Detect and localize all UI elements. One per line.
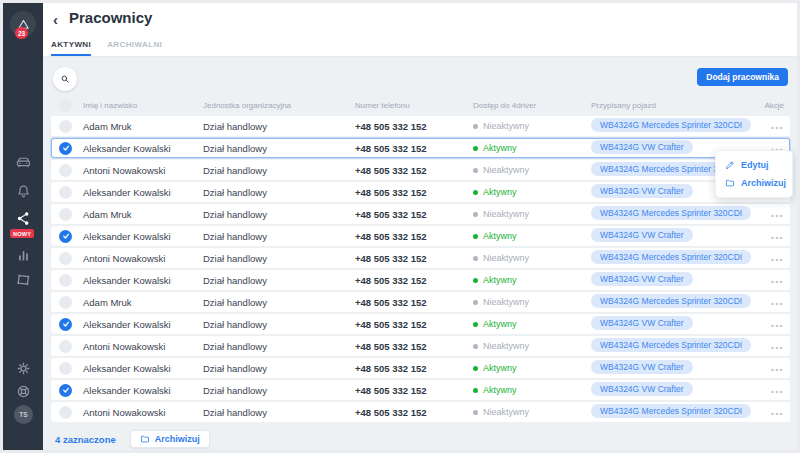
table-row[interactable]: Aleksander Kowalski Dział handlowy +48 5… bbox=[51, 226, 790, 246]
driver-access-status: Nieaktywny bbox=[473, 297, 591, 307]
employee-table-body: Adam Mruk Dział handlowy +48 505 332 152… bbox=[51, 116, 790, 422]
vehicles-icon[interactable] bbox=[3, 154, 43, 171]
reports-chart-icon[interactable] bbox=[3, 247, 43, 264]
table-row[interactable]: Antoni Nowakowski Dział handlowy +48 505… bbox=[51, 336, 790, 356]
new-feature-badge: NOWY bbox=[10, 229, 34, 238]
row-checkbox[interactable] bbox=[59, 296, 72, 309]
employee-phone: +48 505 332 152 bbox=[355, 143, 473, 154]
row-checkbox[interactable] bbox=[59, 384, 72, 397]
user-avatar[interactable]: TS bbox=[14, 405, 33, 424]
status-dot bbox=[473, 146, 478, 151]
vehicle-badge[interactable]: WB4324G Mercedes Sprinter 320CDI bbox=[591, 404, 751, 418]
vehicle-badge[interactable]: WB4324G Mercedes Sprinter 320CDI bbox=[591, 338, 751, 352]
vehicle-badge[interactable]: WB4324G Mercedes Sprinter 320CDI bbox=[591, 294, 751, 308]
row-checkbox[interactable] bbox=[59, 230, 72, 243]
status-label: Nieaktywny bbox=[483, 209, 529, 219]
row-actions-menu-icon[interactable]: ••• bbox=[771, 365, 784, 374]
row-checkbox[interactable] bbox=[59, 362, 72, 375]
status-label: Aktywny bbox=[483, 275, 517, 285]
row-checkbox[interactable] bbox=[59, 318, 72, 331]
menu-item-edit[interactable]: Edytuj bbox=[716, 156, 792, 174]
row-actions-menu-icon[interactable]: ••• bbox=[771, 299, 784, 308]
vehicle-badge[interactable]: WB4324G Mercedes Sprinter 320CDI bbox=[591, 118, 751, 132]
archive-selected-button[interactable]: Archiwizuj bbox=[130, 430, 210, 448]
row-actions-menu-icon[interactable]: ••• bbox=[771, 233, 784, 242]
employee-name: Aleksander Kowalski bbox=[83, 275, 203, 286]
row-checkbox[interactable] bbox=[59, 120, 72, 133]
row-actions-menu-icon[interactable]: ••• bbox=[771, 211, 784, 220]
actions-cell: ••• bbox=[752, 253, 784, 264]
row-checkbox[interactable] bbox=[59, 252, 72, 265]
table-row[interactable]: Adam Mruk Dział handlowy +48 505 332 152… bbox=[51, 116, 790, 136]
table-row[interactable]: Aleksander Kowalski Dział handlowy +48 5… bbox=[51, 380, 790, 400]
vehicle-badge[interactable]: WB4324G VW Crafter bbox=[591, 184, 693, 198]
page-header: ‹ Pracownicy AKTYWNI ARCHIWALNI bbox=[43, 3, 797, 57]
table-row[interactable]: Aleksander Kowalski Dział handlowy +48 5… bbox=[51, 314, 790, 334]
back-chevron-icon[interactable]: ‹ bbox=[53, 11, 58, 28]
row-actions-menu-icon[interactable]: ••• bbox=[771, 409, 784, 418]
employee-department: Dział handlowy bbox=[203, 275, 355, 286]
status-dot bbox=[473, 212, 478, 217]
driver-access-status: Aktywny bbox=[473, 319, 591, 329]
row-checkbox[interactable] bbox=[59, 340, 72, 353]
page-title: Pracownicy bbox=[69, 9, 152, 26]
row-checkbox[interactable] bbox=[59, 186, 72, 199]
vehicle-badge[interactable]: WB4324G VW Crafter bbox=[591, 228, 693, 242]
row-actions-menu-icon[interactable]: ••• bbox=[771, 277, 784, 286]
share-icon[interactable] bbox=[3, 210, 43, 227]
table-row[interactable]: Aleksander Kowalski Dział handlowy +48 5… bbox=[51, 182, 790, 202]
actions-cell: ••• bbox=[752, 231, 784, 242]
notifications-icon[interactable] bbox=[3, 183, 43, 200]
status-label: Aktywny bbox=[483, 385, 517, 395]
row-checkbox[interactable] bbox=[59, 274, 72, 287]
select-all-checkbox[interactable] bbox=[59, 99, 72, 112]
vehicle-badge[interactable]: WB4324G VW Crafter bbox=[591, 360, 693, 374]
row-checkbox[interactable] bbox=[59, 406, 72, 419]
table-row[interactable]: Aleksander Kowalski Dział handlowy +48 5… bbox=[51, 358, 790, 378]
vehicle-badge[interactable]: WB4324G VW Crafter bbox=[591, 140, 693, 154]
row-actions-menu-icon[interactable]: ••• bbox=[771, 343, 784, 352]
row-actions-menu-icon[interactable]: ••• bbox=[771, 387, 784, 396]
geofence-icon[interactable] bbox=[3, 271, 43, 288]
row-checkbox[interactable] bbox=[59, 142, 72, 155]
table-header: Imię i nazwisko Jednostka organizacyjna … bbox=[51, 97, 790, 113]
table-row[interactable]: Adam Mruk Dział handlowy +48 505 332 152… bbox=[51, 204, 790, 224]
row-checkbox[interactable] bbox=[59, 208, 72, 221]
employee-name: Antoni Nowakowski bbox=[83, 407, 203, 418]
vehicle-badge[interactable]: WB4324G VW Crafter bbox=[591, 272, 693, 286]
table-row[interactable]: Aleksander Kowalski Dział handlowy +48 5… bbox=[51, 270, 790, 290]
add-employee-button[interactable]: Dodaj pracownika bbox=[697, 68, 788, 86]
employee-name: Aleksander Kowalski bbox=[83, 385, 203, 396]
row-checkbox[interactable] bbox=[59, 164, 72, 177]
tab-archiwalni[interactable]: ARCHIWALNI bbox=[107, 40, 162, 56]
menu-item-archive[interactable]: Archiwizuj bbox=[716, 174, 792, 192]
row-actions-menu-icon[interactable]: ••• bbox=[771, 255, 784, 264]
actions-cell: ••• bbox=[752, 363, 784, 374]
vehicle-badge[interactable]: WB4324G Mercedes Sprinter 320CDI bbox=[591, 206, 751, 220]
employee-name: Adam Mruk bbox=[83, 121, 203, 132]
vehicle-badge[interactable]: WB4324G VW Crafter bbox=[591, 382, 693, 396]
settings-gear-icon[interactable] bbox=[3, 360, 43, 377]
status-dot bbox=[473, 300, 478, 305]
search-icon bbox=[60, 74, 70, 84]
table-row[interactable]: Adam Mruk Dział handlowy +48 505 332 152… bbox=[51, 292, 790, 312]
search-button[interactable] bbox=[53, 67, 77, 91]
row-actions-menu-icon[interactable]: ••• bbox=[771, 321, 784, 330]
employee-name: Aleksander Kowalski bbox=[83, 143, 203, 154]
row-actions-menu-icon[interactable]: ••• bbox=[771, 123, 784, 132]
vehicle-cell: WB4324G VW Crafter bbox=[591, 272, 752, 288]
table-row[interactable]: Antoni Nowakowski Dział handlowy +48 505… bbox=[51, 160, 790, 180]
status-label: Nieaktywny bbox=[483, 297, 529, 307]
support-icon[interactable] bbox=[3, 383, 43, 400]
tab-aktywni[interactable]: AKTYWNI bbox=[51, 40, 91, 56]
employee-department: Dział handlowy bbox=[203, 319, 355, 330]
table-row[interactable]: Aleksander Kowalski Dział handlowy +48 5… bbox=[51, 138, 790, 158]
status-label: Aktywny bbox=[483, 231, 517, 241]
vehicle-badge[interactable]: WB4324G Mercedes Sprinter 320CDI bbox=[591, 250, 751, 264]
table-row[interactable]: Antoni Nowakowski Dział handlowy +48 505… bbox=[51, 402, 790, 422]
column-header-name: Imię i nazwisko bbox=[83, 101, 203, 110]
folder-icon bbox=[140, 434, 150, 444]
employee-phone: +48 505 332 152 bbox=[355, 385, 473, 396]
vehicle-badge[interactable]: WB4324G VW Crafter bbox=[591, 316, 693, 330]
table-row[interactable]: Antoni Nowakowski Dział handlowy +48 505… bbox=[51, 248, 790, 268]
